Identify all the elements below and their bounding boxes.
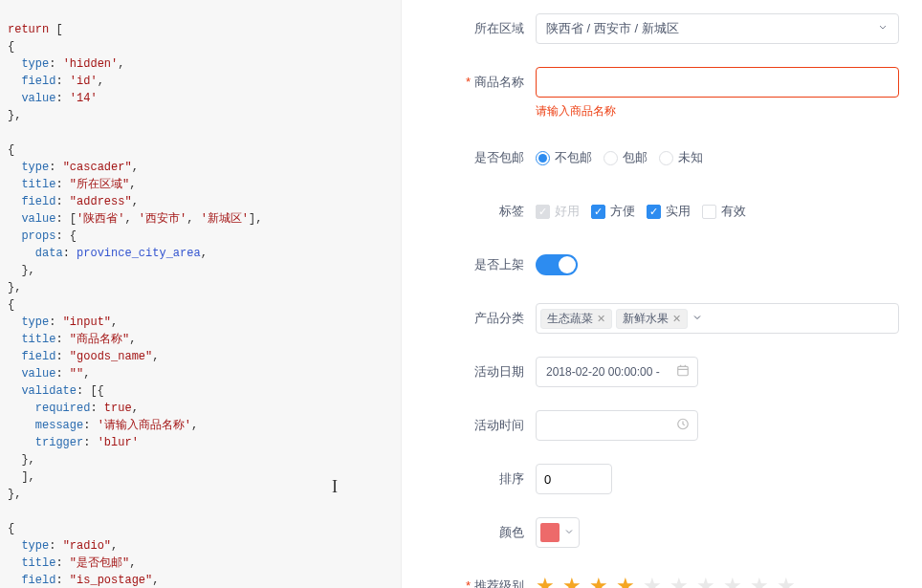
star-icon[interactable]: ★ xyxy=(723,576,742,588)
kw-return: return xyxy=(8,23,49,36)
chevron-down-icon xyxy=(692,312,703,326)
required-marker: * xyxy=(466,75,471,89)
svg-rect-0 xyxy=(678,366,689,375)
tags-checkbox-group: 好用 方便 实用 有效 xyxy=(536,196,899,227)
label-rate: *推荐级别 xyxy=(402,571,536,588)
radio-icon xyxy=(659,151,673,165)
label-tags: 标签 xyxy=(402,196,536,227)
chevron-down-icon xyxy=(877,22,889,36)
color-picker[interactable] xyxy=(536,517,580,548)
checkbox-icon xyxy=(647,205,661,219)
close-icon[interactable]: ✕ xyxy=(672,313,681,325)
region-cascader[interactable]: 陕西省 / 西安市 / 新城区 xyxy=(536,13,899,44)
label-postage: 是否包邮 xyxy=(402,142,536,173)
postage-radio-2[interactable]: 未知 xyxy=(659,149,703,166)
label-goods-name: *商品名称 xyxy=(402,67,536,120)
tag-chk-1[interactable]: 方便 xyxy=(591,203,635,220)
checkbox-icon xyxy=(536,205,550,219)
label-sort: 排序 xyxy=(402,464,536,494)
star-icon[interactable]: ★ xyxy=(536,576,555,588)
category-tag-1: 新鲜水果 ✕ xyxy=(616,309,688,329)
star-icon[interactable]: ★ xyxy=(643,576,662,588)
clock-icon xyxy=(676,418,690,434)
goods-name-input[interactable] xyxy=(536,67,899,98)
category-select[interactable]: 生态蔬菜 ✕ 新鲜水果 ✕ xyxy=(536,303,899,334)
calendar-icon xyxy=(676,364,690,381)
checkbox-icon xyxy=(702,205,716,219)
close-icon[interactable]: ✕ xyxy=(597,313,605,325)
onshelf-switch[interactable] xyxy=(536,254,578,275)
postage-radio-group: 不包邮 包邮 未知 xyxy=(536,142,899,173)
region-value: 陕西省 / 西安市 / 新城区 xyxy=(546,20,679,37)
tag-chk-3[interactable]: 有效 xyxy=(702,203,746,220)
label-date: 活动日期 xyxy=(402,357,536,387)
label-region: 所在区域 xyxy=(402,13,536,44)
label-onshelf: 是否上架 xyxy=(402,250,536,280)
star-icon[interactable]: ★ xyxy=(562,576,582,588)
rate-control[interactable]: ★ ★ ★ ★ ★ ★ ★ ★ ★ ★ xyxy=(536,571,899,588)
category-tag-0: 生态蔬菜 ✕ xyxy=(540,309,612,329)
tag-chk-0: 好用 xyxy=(536,203,580,220)
radio-icon xyxy=(604,151,618,165)
text-cursor-icon: I xyxy=(332,478,338,495)
label-category: 产品分类 xyxy=(402,303,536,334)
star-icon[interactable]: ★ xyxy=(589,576,608,588)
chevron-down-icon xyxy=(563,526,575,540)
label-color: 颜色 xyxy=(402,517,536,548)
form-pane: 所在区域 陕西省 / 西安市 / 新城区 *商品名称 请输入商品名称 是否包邮 xyxy=(402,0,922,588)
time-picker[interactable] xyxy=(536,410,698,441)
date-value: 2018-02-20 00:00:00 - xyxy=(546,365,660,379)
sort-input[interactable] xyxy=(536,464,612,494)
radio-icon xyxy=(536,151,550,165)
checkbox-icon xyxy=(591,205,605,219)
star-icon[interactable]: ★ xyxy=(670,576,689,588)
code-editor[interactable]: return [ { type: 'hidden', field: 'id', … xyxy=(0,0,402,588)
goods-name-error: 请输入商品名称 xyxy=(536,103,899,120)
postage-radio-1[interactable]: 包邮 xyxy=(604,149,648,166)
postage-radio-0[interactable]: 不包邮 xyxy=(536,149,592,166)
star-icon[interactable]: ★ xyxy=(696,576,715,588)
star-icon[interactable]: ★ xyxy=(777,576,796,588)
label-time: 活动时间 xyxy=(402,410,536,441)
date-picker[interactable]: 2018-02-20 00:00:00 - xyxy=(536,357,698,387)
star-icon[interactable]: ★ xyxy=(616,576,635,588)
required-marker: * xyxy=(466,578,471,588)
star-icon[interactable]: ★ xyxy=(750,576,769,588)
tag-chk-2[interactable]: 实用 xyxy=(647,203,691,220)
color-swatch xyxy=(540,523,560,542)
